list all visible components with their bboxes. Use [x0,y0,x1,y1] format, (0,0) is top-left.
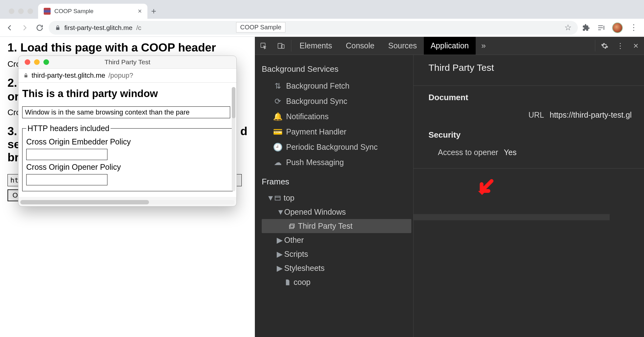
coep-label: Cross Origin Embedder Policy [26,137,229,146]
annotation-arrow-icon [476,177,496,197]
reload-button[interactable] [34,22,46,34]
tree-third-party-test[interactable]: Third Party Test [262,219,411,233]
sync-icon: ⟳ [274,97,282,106]
title-tooltip: COOP Sample [236,22,285,32]
bg-services-header: Background Services [255,61,413,78]
coop-label: Cross Origin Opener Policy [26,163,229,172]
coep-input[interactable] [26,149,107,160]
tree-other[interactable]: ▶Other [262,233,413,247]
tab-strip: COOP Sample × + [0,0,644,19]
url-path: /c [136,24,141,32]
back-button[interactable] [4,22,16,34]
window-close-icon[interactable] [9,8,14,14]
popup-address-bar[interactable]: third-party-test.glitch.me/popup? [18,68,236,83]
lock-icon [55,25,61,31]
popup-url-host: third-party-test.glitch.me [32,71,105,80]
popup-titlebar[interactable]: Third Party Test [18,56,236,68]
devtools-body: Background Services ⇅Background Fetch ⟳B… [255,55,644,337]
new-tab-button[interactable]: + [151,6,156,16]
windows-icon [289,223,295,230]
tab-console[interactable]: Console [339,37,381,55]
tab-title: COOP Sample [54,8,93,15]
tree-stylesheets[interactable]: ▶Stylesheets [262,261,413,275]
extensions-icon[interactable] [582,24,590,32]
inspect-element-icon[interactable] [255,37,272,55]
popup-body: This is a third party window Window is i… [18,83,236,197]
url-value: https://third-party-test.gl [550,110,632,120]
sidebar-item-bg-sync[interactable]: ⟳Background Sync [255,94,413,109]
popup-lock-icon [23,73,28,78]
browser-menu-icon[interactable]: ⋮ [630,23,638,32]
devtools-tabbar: Elements Console Sources Application » ⋮… [255,37,644,55]
application-main: Third Party Test Document URL https://th… [414,55,644,337]
browser-toolbar: first-party-test.glitch.me/c COOP Sample… [0,19,644,37]
forward-button[interactable] [19,22,31,34]
context-message: Window is in the same browsing context t… [22,106,230,118]
tab-application[interactable]: Application [424,37,476,55]
tree-top[interactable]: ▼top [262,191,413,205]
cloud-icon: ☁ [274,158,282,167]
page-heading-1: 1. Load this page with a COOP header [7,41,247,55]
popup-vertical-scrollbar[interactable] [232,87,235,191]
devtools-close-icon[interactable]: × [628,37,644,55]
tab-favicon-icon [44,8,51,15]
page-heading-3a: 3. [7,125,17,138]
document-section-header: Document [429,86,644,107]
kv-url: URL https://third-party-test.gl [429,107,644,123]
tab-elements[interactable]: Elements [293,37,339,55]
sidebar-item-notifications[interactable]: 🔔Notifications [255,109,413,124]
page-heading-3b: d [240,125,247,138]
frame-icon [274,195,281,202]
headers-legend: HTTP headers included [26,124,111,133]
address-bar[interactable]: first-party-test.glitch.me/c COOP Sample… [49,21,578,35]
coop-input[interactable] [26,174,107,185]
access-opener-value: Yes [504,148,517,157]
devtools-settings-icon[interactable] [597,37,613,55]
popup-horizontal-scrollbar[interactable] [20,200,235,204]
devtools-menu-icon[interactable]: ⋮ [613,37,628,55]
reading-list-icon[interactable] [597,24,605,32]
file-icon [284,279,291,286]
page-content-pane: 1. Load this page with a COOP header Cro… [0,37,255,337]
bookmark-star-icon[interactable]: ☆ [564,23,572,32]
popup-heading: This is a third party window [22,88,233,100]
frames-header: Frames [255,170,413,190]
sidebar-item-periodic-sync[interactable]: 🕘Periodic Background Sync [255,139,413,155]
headers-fieldset: HTTP headers included Cross Origin Embed… [22,124,233,191]
window-minimize-icon[interactable] [18,8,24,14]
sidebar-item-payment[interactable]: 💳Payment Handler [255,124,413,139]
tree-scripts[interactable]: ▶Scripts [262,247,413,261]
application-sidebar: Background Services ⇅Background Fetch ⟳B… [255,55,414,337]
sidebar-item-push[interactable]: ☁Push Messaging [255,155,413,170]
browser-tab[interactable]: COOP Sample × [38,4,147,19]
devtools-panel: Elements Console Sources Application » ⋮… [255,37,644,337]
card-icon: 💳 [274,127,282,136]
toolbar-icons: ⋮ [581,22,640,33]
frame-title: Third Party Test [429,62,644,81]
clock-icon: 🕘 [274,143,282,152]
page-heading-2: 2. [7,76,17,90]
tab-sources[interactable]: Sources [381,37,424,55]
fetch-icon: ⇅ [274,81,282,90]
tree-opened-windows[interactable]: ▼Opened Windows [262,205,413,219]
profile-avatar[interactable] [612,22,623,33]
popup-title: Third Party Test [18,58,236,66]
svg-rect-3 [275,196,280,200]
window-zoom-icon[interactable] [27,8,33,14]
kv-access-opener: Access to opener Yes [429,144,644,161]
tree-coop[interactable]: ▶coop [262,275,413,289]
more-tabs-icon[interactable]: » [476,37,491,55]
workspace: 1. Load this page with a COOP header Cro… [0,37,644,337]
url-host: first-party-test.glitch.me [64,24,132,32]
device-toolbar-icon[interactable] [272,37,290,55]
security-section-header: Security [429,123,644,144]
browser-chrome: COOP Sample × + first-party-test.glitch.… [0,0,644,37]
sidebar-item-bg-fetch[interactable]: ⇅Background Fetch [255,78,413,94]
popup-url-path: /popup? [108,71,133,80]
window-traffic-lights[interactable] [6,8,38,14]
frames-tree: ▼top ▼Opened Windows Third Party Test ▶O… [255,190,413,289]
url-label: URL [475,110,544,120]
popup-window: Third Party Test third-party-test.glitch… [18,56,237,207]
tab-close-icon[interactable]: × [138,7,142,15]
access-opener-label: Access to opener [438,148,498,157]
